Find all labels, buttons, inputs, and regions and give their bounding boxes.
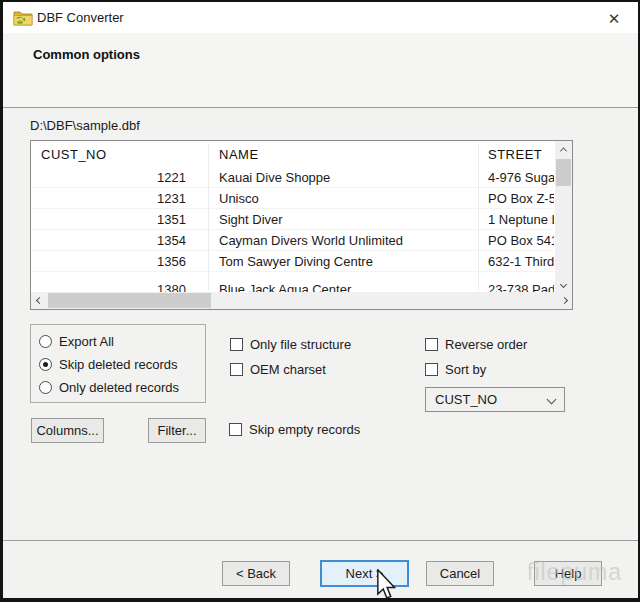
cell-name: Unisco [219, 191, 471, 206]
checkbox-box[interactable] [229, 423, 242, 436]
wizard-header: Common options [3, 33, 638, 107]
checkbox-label: Reverse order [445, 337, 527, 352]
checkbox-only-file-structure[interactable]: Only file structure [230, 337, 351, 352]
table-row[interactable]: 1221 Kauai Dive Shoppe 4-976 Sugar [31, 167, 554, 188]
cancel-button[interactable]: Cancel [426, 561, 494, 586]
checkbox-reverse-order[interactable]: Reverse order [425, 337, 527, 352]
page-title: Common options [33, 47, 140, 62]
checkbox-skip-empty-records[interactable]: Skip empty records [229, 422, 360, 437]
checkbox-box[interactable] [425, 338, 438, 351]
scroll-left-icon[interactable] [31, 292, 47, 309]
cell-street: PO Box 541 [488, 233, 554, 248]
column-header-name[interactable]: NAME [219, 147, 259, 162]
cell-name: Sight Diver [219, 212, 471, 227]
radio-skip-deleted-records[interactable]: Skip deleted records [39, 357, 178, 372]
vertical-scrollbar[interactable] [555, 141, 572, 292]
radio-circle[interactable] [39, 335, 52, 348]
checkbox-label: Sort by [445, 362, 486, 377]
chevron-down-icon [547, 395, 557, 405]
checkbox-label: Only file structure [250, 337, 351, 352]
radio-label: Only deleted records [59, 380, 179, 395]
cell-cust-no: 1354 [31, 233, 186, 248]
table-row[interactable]: 1356 Tom Sawyer Diving Centre 632-1 Thir… [31, 251, 554, 272]
dbf-preview-table[interactable]: CUST_NO NAME STREET 1221 Kauai Dive Shop… [30, 140, 573, 310]
radio-export-all[interactable]: Export All [39, 334, 114, 349]
help-button[interactable]: Help [534, 561, 602, 586]
window-title: DBF Converter [37, 10, 124, 25]
radio-circle-checked[interactable] [39, 358, 52, 371]
cell-street: 1 Neptune L [488, 212, 554, 227]
scroll-right-icon[interactable] [556, 292, 572, 309]
column-header-cust-no[interactable]: CUST_NO [41, 147, 107, 162]
checkbox-oem-charset[interactable]: OEM charset [230, 362, 326, 377]
footer-separator [3, 540, 638, 541]
file-path-label: D:\DBF\sample.dbf [30, 118, 140, 133]
column-header-street[interactable]: STREET [488, 147, 542, 162]
dbf-converter-window: DBF Converter ✕ Common options D:\DBF\sa… [0, 0, 640, 602]
header-separator [3, 107, 638, 108]
next-button[interactable]: Next > [320, 560, 409, 587]
checkbox-box[interactable] [230, 338, 243, 351]
cell-name: Tom Sawyer Diving Centre [219, 254, 471, 269]
checkbox-label: OEM charset [250, 362, 326, 377]
scroll-down-icon[interactable] [555, 276, 572, 292]
cell-cust-no: 1356 [31, 254, 186, 269]
horizontal-scrollbar[interactable] [31, 292, 572, 309]
cell-cust-no: 1231 [31, 191, 186, 206]
checkbox-box[interactable] [425, 363, 438, 376]
back-button[interactable]: < Back [222, 561, 290, 586]
table-row[interactable]: 1351 Sight Diver 1 Neptune L [31, 209, 554, 230]
radio-label: Export All [59, 334, 114, 349]
cell-street: 632-1 Third [488, 254, 554, 269]
columns-button[interactable]: Columns... [31, 418, 104, 443]
cell-cust-no: 1221 [31, 170, 186, 185]
sort-field-dropdown[interactable]: CUST_NO [425, 387, 565, 412]
cell-cust-no: 1351 [31, 212, 186, 227]
cell-street: PO Box Z-54 [488, 191, 554, 206]
dropdown-value: CUST_NO [435, 392, 497, 407]
radio-label: Skip deleted records [59, 357, 178, 372]
cell-name: Cayman Divers World Unlimited [219, 233, 471, 248]
table-row[interactable]: 1354 Cayman Divers World Unlimited PO Bo… [31, 230, 554, 251]
close-icon[interactable]: ✕ [598, 6, 630, 31]
title-bar[interactable]: DBF Converter ✕ [3, 2, 638, 33]
checkbox-label: Skip empty records [249, 422, 360, 437]
export-mode-group: Export All Skip deleted records Only del… [30, 324, 206, 403]
radio-only-deleted-records[interactable]: Only deleted records [39, 380, 179, 395]
table-content: CUST_NO NAME STREET 1221 Kauai Dive Shop… [31, 141, 572, 309]
horizontal-scroll-thumb[interactable] [48, 293, 211, 308]
vertical-scroll-thumb[interactable] [556, 159, 571, 186]
table-row[interactable]: 1231 Unisco PO Box Z-54 [31, 188, 554, 209]
scroll-up-icon[interactable] [555, 141, 572, 157]
radio-circle[interactable] [39, 381, 52, 394]
filter-button[interactable]: Filter... [148, 418, 206, 443]
cell-name: Kauai Dive Shoppe [219, 170, 471, 185]
app-folder-icon [13, 10, 33, 26]
cell-street: 4-976 Sugar [488, 170, 554, 185]
checkbox-sort-by[interactable]: Sort by [425, 362, 486, 377]
checkbox-box[interactable] [230, 363, 243, 376]
